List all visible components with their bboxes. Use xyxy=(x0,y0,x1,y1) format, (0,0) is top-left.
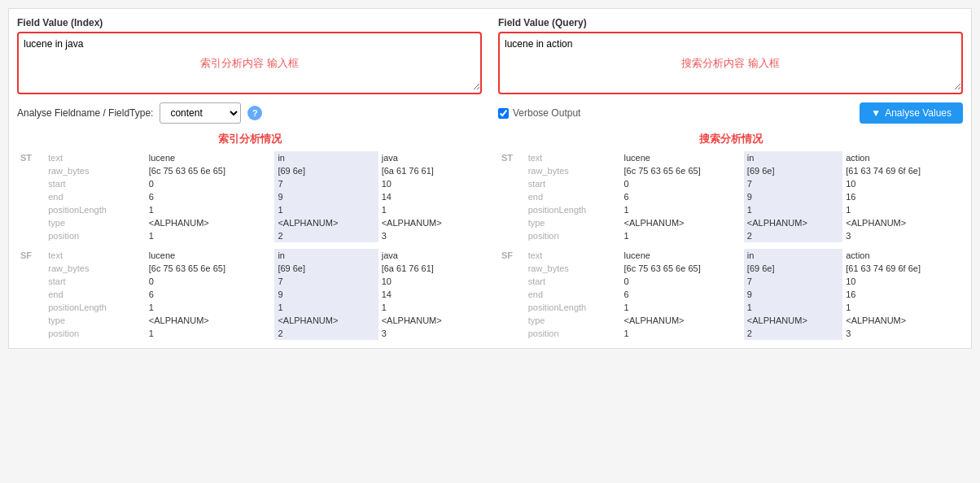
cell-type-lucene-2: <ALPHANUM> xyxy=(146,314,275,327)
right-analysis-table: ST text lucene in action raw_bytes [6c 7… xyxy=(498,151,963,340)
table-row: SF text lucene in action xyxy=(498,249,963,262)
row-label-raw-bytes: raw_bytes xyxy=(45,164,146,177)
right-row-label-raw-bytes: raw_bytes xyxy=(525,164,621,177)
table-row: positionLength 1 1 1 xyxy=(17,203,482,216)
cell-poslen-in-2: 1 xyxy=(274,301,378,314)
table-row: positionLength 1 1 1 xyxy=(498,301,963,314)
row-label-position: position xyxy=(45,229,146,242)
right-row-label-raw-bytes-sf: raw_bytes xyxy=(525,262,621,275)
right-cell-end-lucene-1: 6 xyxy=(621,190,744,203)
right-cell-type-action-1: <ALPHANUM> xyxy=(842,216,963,229)
table-row: start 0 7 10 xyxy=(17,275,482,288)
table-row: start 0 7 10 xyxy=(498,177,963,190)
st-label: ST xyxy=(17,151,45,242)
row-label-text: text xyxy=(45,151,146,164)
table-row: start 0 7 10 xyxy=(498,275,963,288)
left-textarea[interactable]: lucene in java xyxy=(19,33,480,90)
right-field-label: Field Value (Query) xyxy=(498,17,963,28)
main-container: Field Value (Index) lucene in java 索引分析内… xyxy=(8,8,972,349)
right-cell-rb-lucene-2: [6c 75 63 65 6e 65] xyxy=(621,262,744,275)
table-row: position 1 2 3 xyxy=(17,327,482,340)
cell-poslen-in-1: 1 xyxy=(274,203,378,216)
cell-rb-lucene-1: [6c 75 63 65 6e 65] xyxy=(146,164,275,177)
cell-poslen-lucene-2: 1 xyxy=(146,301,275,314)
cell-end-in-2: 9 xyxy=(274,288,378,301)
right-row-label-start: start xyxy=(525,177,621,190)
right-cell-end-action-2: 16 xyxy=(842,288,963,301)
analyse-btn-label: Analyse Values xyxy=(885,107,952,119)
right-cell-rb-lucene-1: [6c 75 63 65 6e 65] xyxy=(621,164,744,177)
table-row: raw_bytes [6c 75 63 65 6e 65] [69 6e] [6… xyxy=(17,164,482,177)
verbose-checkbox[interactable] xyxy=(498,108,509,119)
right-cell-poslen-in-1: 1 xyxy=(744,203,842,216)
right-cell-pos-lucene-1: 1 xyxy=(621,229,744,242)
row-label-start: start xyxy=(45,177,146,190)
sf-label: SF xyxy=(17,249,45,340)
right-row-label-position-sf: position xyxy=(525,327,621,340)
right-cell-in-2: in xyxy=(744,249,842,262)
divider-row xyxy=(17,242,482,249)
row-label-text-sf: text xyxy=(45,249,146,262)
table-row: raw_bytes [6c 75 63 65 6e 65] [69 6e] [6… xyxy=(498,262,963,275)
cell-pos-lucene-1: 1 xyxy=(146,229,275,242)
right-controls-row: Verbose Output ▼ Analyse Values xyxy=(498,102,963,124)
right-divider-row xyxy=(498,242,963,249)
cell-pos-in-2: 2 xyxy=(274,327,378,340)
cell-type-java-2: <ALPHANUM> xyxy=(378,314,482,327)
cell-lucene-1: lucene xyxy=(146,151,275,164)
right-cell-lucene-2: lucene xyxy=(621,249,744,262)
cell-start-java-1: 10 xyxy=(378,177,482,190)
table-row: ST text lucene in java xyxy=(17,151,482,164)
right-cell-start-in-2: 7 xyxy=(744,275,842,288)
right-cell-type-action-2: <ALPHANUM> xyxy=(842,314,963,327)
left-section-title: 索引分析情况 xyxy=(17,132,482,146)
cell-rb-in-2: [69 6e] xyxy=(274,262,378,275)
cell-in-1: in xyxy=(274,151,378,164)
right-cell-type-lucene-1: <ALPHANUM> xyxy=(621,216,744,229)
table-row: position 1 2 3 xyxy=(498,327,963,340)
row-label-start-sf: start xyxy=(45,275,146,288)
cell-end-java-2: 14 xyxy=(378,288,482,301)
row-label-type-sf: type xyxy=(45,314,146,327)
right-cell-end-lucene-2: 6 xyxy=(621,288,744,301)
left-textarea-container: lucene in java 索引分析内容 输入框 xyxy=(19,33,480,93)
right-cell-pos-in-1: 2 xyxy=(744,229,842,242)
table-row: start 0 7 10 xyxy=(17,177,482,190)
left-analysis-table: ST text lucene in java raw_bytes [6c 75 … xyxy=(17,151,482,340)
verbose-label[interactable]: Verbose Output xyxy=(498,107,580,119)
right-row-label-poslen-sf: positionLength xyxy=(525,301,621,314)
analyse-values-button[interactable]: ▼ Analyse Values xyxy=(860,102,963,124)
right-cell-in-1: in xyxy=(744,151,842,164)
right-panel: Field Value (Query) lucene in action 搜索分… xyxy=(498,17,963,340)
help-icon[interactable]: ? xyxy=(247,106,262,120)
cell-rb-in-1: [69 6e] xyxy=(274,164,378,177)
right-row-label-text: text xyxy=(525,151,621,164)
right-cell-poslen-in-2: 1 xyxy=(744,301,842,314)
right-textarea[interactable]: lucene in action xyxy=(500,33,961,90)
fieldtype-select[interactable]: content text string xyxy=(160,102,241,124)
table-row: type <ALPHANUM> <ALPHANUM> <ALPHANUM> xyxy=(17,314,482,327)
right-row-label-type: type xyxy=(525,216,621,229)
left-field-label: Field Value (Index) xyxy=(17,17,482,28)
cell-end-in-1: 9 xyxy=(274,190,378,203)
right-cell-type-in-2: <ALPHANUM> xyxy=(744,314,842,327)
table-row: position 1 2 3 xyxy=(17,229,482,242)
right-cell-poslen-action-2: 1 xyxy=(842,301,963,314)
right-cell-type-in-1: <ALPHANUM> xyxy=(744,216,842,229)
cell-rb-java-2: [6a 61 76 61] xyxy=(378,262,482,275)
right-cell-action-2: action xyxy=(842,249,963,262)
cell-end-lucene-2: 6 xyxy=(146,288,275,301)
right-section-title: 搜索分析情况 xyxy=(498,132,963,146)
right-cell-pos-action-1: 3 xyxy=(842,229,963,242)
analyse-fieldname-label: Analyse Fieldname / FieldType: xyxy=(17,107,153,119)
table-row: end 6 9 16 xyxy=(498,288,963,301)
right-cell-pos-lucene-2: 1 xyxy=(621,327,744,340)
right-row-label-type-sf: type xyxy=(525,314,621,327)
left-textarea-wrapper: lucene in java 索引分析内容 输入框 xyxy=(17,32,482,94)
right-cell-rb-in-2: [69 6e] xyxy=(744,262,842,275)
cell-start-lucene-1: 0 xyxy=(146,177,275,190)
right-cell-end-in-1: 9 xyxy=(744,190,842,203)
cell-poslen-java-1: 1 xyxy=(378,203,482,216)
cell-rb-lucene-2: [6c 75 63 65 6e 65] xyxy=(146,262,275,275)
right-row-label-start-sf: start xyxy=(525,275,621,288)
